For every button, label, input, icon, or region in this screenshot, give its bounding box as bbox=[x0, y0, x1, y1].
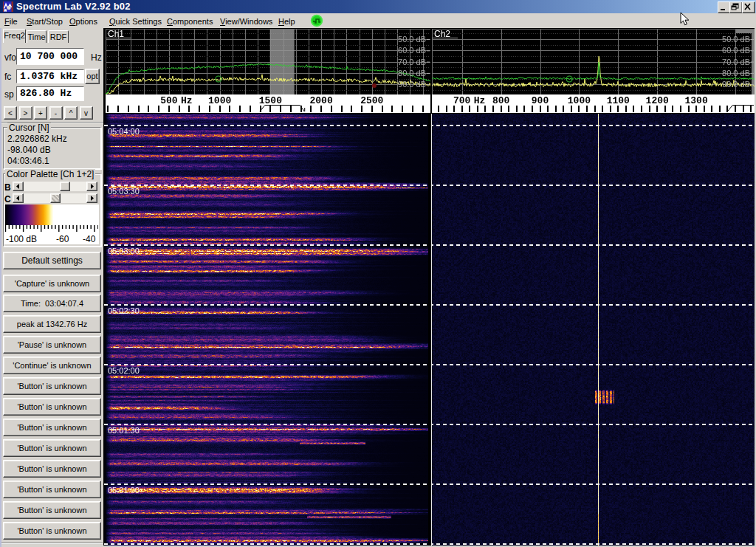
tab-freq2[interactable]: Freq2 bbox=[3, 29, 26, 43]
contrast-right-arrow-icon[interactable] bbox=[86, 193, 97, 203]
fc-options-button[interactable]: opt bbox=[85, 69, 100, 84]
brightness-label: B bbox=[4, 182, 11, 193]
cursor-time: 04:03:46.1 bbox=[7, 156, 49, 166]
title-bar[interactable]: A Spectrum Lab V2.92 b02 bbox=[0, 0, 756, 13]
sidebar-button-4[interactable]: 'Pause' is unknown bbox=[3, 336, 101, 354]
sidebar-button-0[interactable]: Default settings bbox=[3, 252, 101, 269]
menu-item-shortcut-underline: C bbox=[167, 17, 173, 26]
app-icon: A bbox=[3, 1, 13, 12]
sidebar-panel: Freq2TimeRDFvfo10 700 000Hzfc1.0376 kHzo… bbox=[1, 28, 103, 547]
sidebar-button-6[interactable]: 'Button' is unknown bbox=[3, 377, 101, 395]
brightness-right-arrow-icon-glyph bbox=[87, 182, 97, 190]
palette-scale-label-0: -100 dB bbox=[6, 234, 37, 244]
contrast-right-arrow-icon-glyph bbox=[87, 194, 97, 202]
brightness-thumb[interactable] bbox=[60, 182, 70, 191]
menu-item-shortcut-underline: O bbox=[69, 17, 76, 26]
field-label-fc: fc bbox=[4, 72, 11, 82]
field-label-sp: sp bbox=[4, 89, 14, 100]
contrast-scrollbar[interactable] bbox=[13, 193, 97, 203]
palette-gradient-bar bbox=[5, 204, 98, 225]
control-sidebar: Freq2TimeRDFvfo10 700 000Hzfc1.0376 kHzo… bbox=[0, 28, 103, 547]
sidebar-button-12[interactable]: 'Button' is unknown bbox=[3, 501, 101, 519]
sidebar-button-1[interactable]: 'Capture' is unknown bbox=[3, 275, 101, 292]
palette-scale-label-1: -60 bbox=[56, 234, 69, 244]
cursor-frequency: 2.2926862 kHz bbox=[7, 134, 67, 144]
close-icon bbox=[743, 2, 753, 11]
menu-item-quick-settings[interactable]: Quick Settings bbox=[109, 17, 162, 26]
menu-item-help[interactable]: Help bbox=[278, 17, 295, 26]
menu-item-shortcut-underline: V bbox=[220, 17, 225, 26]
window-title: Spectrum Lab V2.92 b02 bbox=[16, 1, 131, 12]
sidebar-button-5[interactable]: 'Continue' is unknown bbox=[3, 357, 101, 374]
sp-value: 826.80 Hz bbox=[17, 89, 83, 98]
tab-rdf[interactable]: RDF bbox=[48, 30, 69, 43]
nudge-button-4[interactable]: ^ bbox=[64, 106, 78, 120]
vfo-input[interactable]: 10 700 000 bbox=[16, 48, 84, 65]
field-label-vfo: vfo bbox=[4, 52, 16, 63]
sidebar-button-2[interactable]: Time: 03:04:07.4 bbox=[3, 295, 101, 312]
contrast-thumb[interactable] bbox=[50, 193, 61, 203]
contrast-label: C bbox=[4, 194, 11, 204]
mouse-cursor bbox=[680, 12, 690, 27]
vfo-unit-label: Hz bbox=[91, 52, 102, 63]
fc-value: 1.0376 kHz bbox=[17, 72, 83, 81]
menu-item-shortcut-underline: H bbox=[278, 17, 284, 26]
nudge-button-1[interactable]: > bbox=[19, 106, 32, 120]
brightness-left-arrow-icon-glyph bbox=[13, 182, 23, 190]
spectrum-waterfall-display[interactable] bbox=[103, 28, 756, 547]
menu-item-components[interactable]: Components bbox=[167, 17, 213, 26]
brightness-right-arrow-icon[interactable] bbox=[86, 182, 97, 191]
menu-item-options[interactable]: Options bbox=[69, 17, 97, 26]
menu-item-shortcut-underline: Q bbox=[109, 17, 116, 26]
nudge-button-2[interactable]: + bbox=[34, 106, 47, 120]
nudge-button-5[interactable]: v bbox=[80, 106, 93, 120]
sidebar-bottom-groove-hl bbox=[1, 543, 103, 544]
sidebar-button-3[interactable]: peak at 1342.76 Hz bbox=[3, 315, 101, 333]
minimize-icon bbox=[718, 2, 729, 11]
palette-scale-area: -100 dB-60-40 bbox=[4, 204, 99, 244]
nudge-button-3[interactable]: - bbox=[49, 106, 63, 120]
color-palette-group: Color Palette [Ch 1+2]BC-100 dB-60-40 bbox=[3, 173, 101, 247]
application-window: A Spectrum Lab V2.92 b02 FileStart/StopO… bbox=[0, 0, 756, 547]
sidebar-button-13[interactable]: 'Button' is unknown bbox=[3, 522, 101, 540]
palette-group-title: Color Palette [Ch 1+2] bbox=[5, 169, 95, 179]
menu-bar: FileStart/StopOptionsQuick SettingsCompo… bbox=[0, 13, 756, 28]
fc-input[interactable]: 1.0376 kHz bbox=[16, 69, 84, 83]
vfo-value: 10 700 000 bbox=[17, 52, 83, 61]
nudge-button-0[interactable]: < bbox=[4, 106, 17, 120]
menu-item-shortcut-underline: F bbox=[4, 17, 10, 26]
restore-icon bbox=[730, 2, 740, 11]
cursor-readout-group: Cursor [N]2.2926862 kHz-98.040 dB04:03:4… bbox=[3, 127, 101, 169]
sidebar-button-11[interactable]: 'Button' is unknown bbox=[3, 481, 101, 498]
sidebar-button-10[interactable]: 'Button' is unknown bbox=[3, 460, 101, 478]
brightness-left-arrow-icon[interactable] bbox=[13, 182, 24, 191]
menu-item-view-windows[interactable]: View/Windows bbox=[220, 17, 272, 26]
tab-time[interactable]: Time bbox=[27, 30, 47, 43]
cursor-amplitude: -98.040 dB bbox=[7, 145, 51, 155]
sidebar-button-7[interactable]: 'Button' is unknown bbox=[3, 398, 101, 416]
palette-scale-label-2: -40 bbox=[83, 234, 95, 244]
restore-button[interactable] bbox=[729, 1, 743, 13]
contrast-left-arrow-icon-glyph bbox=[13, 194, 23, 202]
sidebar-button-8[interactable]: 'Button' is unknown bbox=[3, 419, 101, 436]
contrast-left-arrow-icon[interactable] bbox=[13, 193, 24, 203]
palette-tick-scale bbox=[5, 225, 98, 234]
green-signal-indicator-icon[interactable] bbox=[310, 14, 323, 27]
menu-item-start-stop[interactable]: Start/Stop bbox=[27, 17, 63, 26]
sidebar-button-9[interactable]: 'Button' is unknown bbox=[3, 439, 101, 457]
menu-item-file[interactable]: File bbox=[4, 17, 18, 26]
close-button[interactable] bbox=[742, 1, 755, 13]
brightness-scrollbar[interactable] bbox=[13, 182, 97, 191]
sp-input[interactable]: 826.80 Hz bbox=[16, 86, 84, 101]
menu-item-shortcut-underline: S bbox=[27, 17, 32, 26]
cursor-group-title: Cursor [N] bbox=[7, 123, 51, 133]
